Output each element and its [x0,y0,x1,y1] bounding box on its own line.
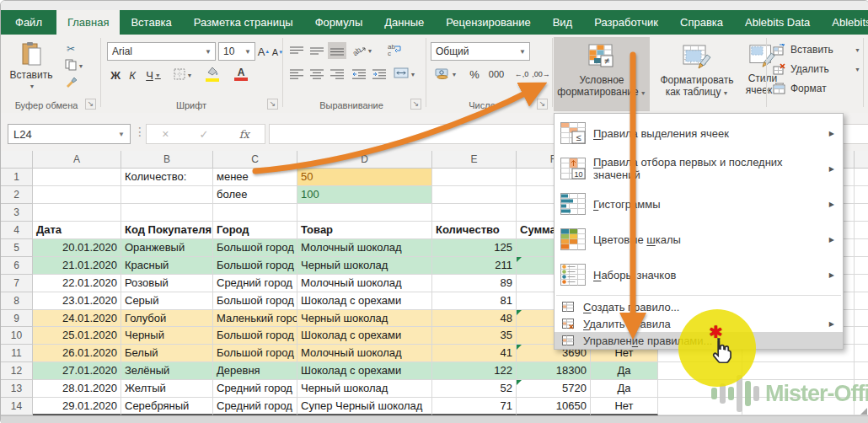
cell-C11[interactable]: Большой город [213,345,297,362]
column-header-E[interactable]: E [432,151,517,169]
accounting-format-button[interactable]: ▼ [431,66,461,83]
cell-B7[interactable]: Розовый [121,275,213,292]
cell-J5[interactable] [855,239,868,257]
row-header-1[interactable]: 1 [1,169,33,186]
cell-E11[interactable]: 41 [432,345,517,362]
cell-E13[interactable]: 52 [432,380,517,398]
row-header-4[interactable]: 4 [1,222,33,239]
name-box[interactable]: L24 ▼ [8,124,131,144]
cell-A1[interactable] [33,169,121,186]
cell-J2[interactable] [855,186,868,204]
cell-C2[interactable]: более [213,186,297,204]
increase-font-button[interactable]: А▲ [258,43,270,60]
underline-button[interactable]: Ч▼ [142,67,164,83]
comma-style-button[interactable]: 000 [485,66,508,83]
menu-item-data-bars[interactable]: Гистограммы▶ [555,186,843,222]
insert-function-icon[interactable]: fx [239,128,249,141]
cell-D13[interactable]: Черный шоколад [297,380,432,398]
cell-C9[interactable]: Маленький город [213,310,297,328]
cell-D12[interactable]: Шоколад с орехами [297,362,432,380]
column-header-clipped[interactable] [855,151,868,169]
row-header-6[interactable]: 6 [1,257,33,275]
cell-D6[interactable]: Черный шоколад [297,257,432,275]
tab-2[interactable]: Вставка [120,10,182,35]
tab-8[interactable]: Разработчик [583,10,669,35]
cell-A13[interactable]: 28.01.2020 [33,380,121,398]
cell-J8[interactable] [855,292,868,310]
clipboard-dialog-launcher[interactable]: ↘ [85,99,96,110]
cell-B3[interactable] [121,204,213,222]
cell-B14[interactable]: Серебряный [121,398,213,415]
cell-A9[interactable]: 24.01.2020 [33,310,121,328]
cell-A2[interactable] [33,186,121,204]
cell-C3[interactable] [213,204,297,222]
cell-A6[interactable]: 21.01.2020 [33,257,121,275]
wrap-text-button[interactable]: abc [382,40,407,61]
cell-C4[interactable]: Город [213,222,297,239]
number-dialog-launcher[interactable]: ↘ [537,99,548,110]
cell-E1[interactable] [432,169,517,186]
column-header-D[interactable]: D [297,151,432,169]
format-painter-button[interactable] [60,75,82,90]
font-color-button[interactable]: А [228,65,254,83]
orientation-button[interactable]: ab▼ [350,42,375,59]
cell-A14[interactable]: 29.01.2020 [33,398,121,415]
row-header-2[interactable]: 2 [1,186,33,204]
align-bottom-button[interactable] [328,42,346,59]
cell-B9[interactable]: Голубой [121,310,213,328]
cell-B2[interactable] [121,186,213,204]
cell-J1[interactable] [855,169,868,186]
tab-4[interactable]: Формулы [304,10,374,35]
cell-D3[interactable] [297,204,432,222]
cell-B8[interactable]: Серый [121,292,213,310]
cell-F12[interactable]: 18300 [517,362,591,380]
cell-E2[interactable] [432,186,517,204]
cell-B1[interactable]: Количество: [121,169,213,186]
tab-6[interactable]: Рецензирование [435,10,541,35]
row-header-3[interactable]: 3 [1,204,33,222]
tab-7[interactable]: Вид [542,10,584,35]
cancel-entry-icon[interactable]: × [162,127,169,141]
column-header-C[interactable]: C [213,151,297,169]
cell-F13[interactable]: 5720 [517,380,591,398]
cell-J10[interactable] [855,327,868,345]
tab-10[interactable]: Ablebits Data [734,10,821,35]
confirm-entry-icon[interactable]: ✓ [200,128,209,141]
cell-D4[interactable]: Товар [297,222,432,239]
tab-11[interactable]: Ablebits Tools [821,10,868,35]
increase-indent-button[interactable] [370,66,388,83]
cell-B5[interactable]: Оранжевый [121,239,213,257]
cell-A4[interactable]: Дата [33,222,121,239]
menu-item-new-rule[interactable]: Создать правило... [555,298,843,315]
cell-E8[interactable]: 81 [432,292,517,310]
row-header-10[interactable]: 10 [1,327,33,345]
cell-D5[interactable]: Молочный шоколад [297,239,432,257]
cell-D2[interactable]: 100 [297,186,432,204]
cell-B13[interactable]: Желтый [121,380,213,398]
cell-B12[interactable]: Зелёный [121,362,213,380]
cell-C8[interactable]: Большой город [213,292,297,310]
cell-F14[interactable]: 10650 [517,398,591,415]
format-as-table-button[interactable]: Форматировать как таблицу▼ [651,37,742,111]
cell-A7[interactable]: 22.01.2020 [33,275,121,292]
row-header-5[interactable]: 5 [1,239,33,257]
cell-A8[interactable]: 23.01.2020 [33,292,121,310]
menu-item-top-bottom[interactable]: 10Правила отбора первых и последних знач… [555,151,843,186]
cell-D8[interactable]: Шоколад с орехами [297,292,432,310]
menu-item-highlight-cells[interactable]: ≤Правила выделения ячеек▶ [555,115,843,151]
cell-C10[interactable]: Большой город [213,327,297,345]
row-header-14[interactable]: 14 [1,398,33,415]
cell-J11[interactable] [855,345,868,362]
tab-3[interactable]: Разметка страницы [183,10,304,35]
cell-E3[interactable] [432,204,517,222]
tab-9[interactable]: Справка [669,10,734,35]
increase-decimal-button[interactable]: ←,0 [513,66,530,83]
column-header-B[interactable]: B [121,151,213,169]
font-dialog-launcher[interactable]: ↘ [267,99,278,110]
cell-C14[interactable]: Средний город [213,398,297,415]
cell-B4[interactable]: Код Покупателя [121,222,213,239]
row-header-7[interactable]: 7 [1,275,33,292]
cell-J4[interactable] [855,222,868,239]
menu-item-color-scales[interactable]: Цветовые шкалы▶ [555,222,843,257]
font-size-combo[interactable]: 10▼ [218,42,255,61]
